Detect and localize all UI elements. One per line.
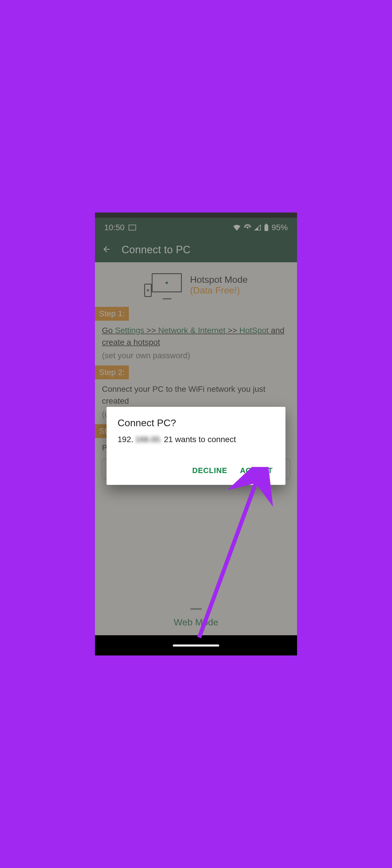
step-1-sub: (set your own password) (102, 351, 290, 360)
svg-point-0 (247, 227, 249, 229)
hotspot-title: Hotspot Mode (190, 274, 248, 285)
phone-screenshot: 10:50 95% Connect to PC (93, 211, 299, 657)
step-2-badge: Step 2: (95, 366, 129, 379)
svg-rect-1 (265, 224, 268, 225)
svg-rect-2 (264, 225, 268, 231)
battery-icon (264, 224, 269, 231)
settings-link[interactable]: Settings (115, 326, 144, 335)
top-black-bar (95, 213, 297, 218)
home-pill[interactable] (173, 645, 219, 647)
dialog-title: Connect PC? (117, 417, 275, 429)
hotspot-subtitle: (Data Free!) (190, 285, 248, 296)
hotspot-mode-icon (144, 273, 182, 297)
hotspot-header: Hotspot Mode (Data Free!) (95, 262, 297, 307)
gmail-icon (129, 225, 136, 230)
battery-percentage: 95% (272, 223, 288, 232)
back-arrow-icon[interactable] (102, 245, 111, 255)
signal-icon (254, 224, 261, 231)
dialog-message: 192.168.00.21 wants to connect (117, 435, 275, 444)
decline-button[interactable]: DECLINE (192, 466, 227, 475)
connect-pc-dialog: Connect PC? 192.168.00.21 wants to conne… (107, 407, 285, 485)
page-title: Connect to PC (121, 244, 191, 256)
step-1: Step 1: Go Settings >> Network & Interne… (95, 307, 297, 360)
step-1-badge: Step 1: (95, 307, 129, 321)
ip-redacted: 168.00. (134, 435, 164, 444)
network-link[interactable]: Network & Internet (158, 326, 226, 335)
status-time: 10:50 (104, 223, 124, 232)
wifi-icon (233, 224, 241, 231)
app-titlebar: Connect to PC (95, 237, 297, 262)
hotspot-link[interactable]: HotSpot (240, 326, 269, 335)
step-2-instruction: Connect your PC to the WiFi network you … (102, 383, 290, 407)
accept-button[interactable]: ACCEPT (240, 466, 273, 475)
navigation-bar (95, 635, 297, 655)
web-mode-label[interactable]: Web Mode (95, 609, 297, 635)
status-bar: 10:50 95% (95, 218, 297, 237)
hotspot-icon (244, 224, 251, 231)
step-1-instruction: Go Settings >> Network & Internet >> Hot… (102, 325, 290, 348)
